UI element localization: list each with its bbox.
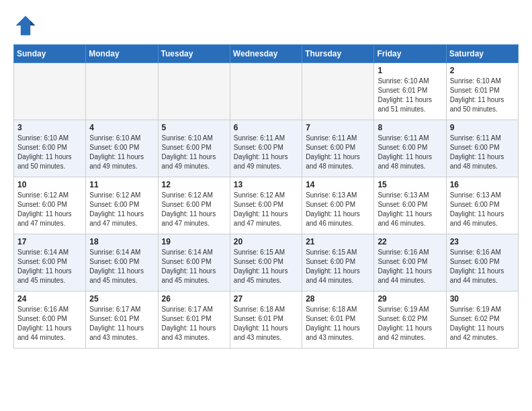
day-number: 4 bbox=[89, 123, 154, 132]
day-cell: 12 Sunrise: 6:12 AMSunset: 6:00 PMDaylig… bbox=[158, 177, 230, 234]
day-cell bbox=[158, 63, 230, 120]
week-row-4: 17 Sunrise: 6:14 AMSunset: 6:00 PMDaylig… bbox=[14, 234, 519, 291]
day-number: 30 bbox=[450, 294, 515, 304]
day-cell: 25 Sunrise: 6:17 AMSunset: 6:01 PMDaylig… bbox=[86, 291, 158, 349]
day-cell: 13 Sunrise: 6:12 AMSunset: 6:00 PMDaylig… bbox=[230, 177, 302, 234]
day-cell: 26 Sunrise: 6:17 AMSunset: 6:01 PMDaylig… bbox=[158, 291, 230, 349]
day-number: 1 bbox=[378, 66, 442, 75]
page: SundayMondayTuesdayWednesdayThursdayFrid… bbox=[0, 0, 532, 355]
weekday-header-saturday: Saturday bbox=[446, 45, 518, 63]
week-row-3: 10 Sunrise: 6:12 AMSunset: 6:00 PMDaylig… bbox=[14, 177, 519, 234]
day-info: Sunrise: 6:10 AMSunset: 6:00 PMDaylight:… bbox=[89, 134, 154, 171]
day-cell: 16 Sunrise: 6:13 AMSunset: 6:00 PMDaylig… bbox=[446, 177, 518, 234]
day-number: 19 bbox=[162, 237, 226, 246]
day-cell: 22 Sunrise: 6:16 AMSunset: 6:00 PMDaylig… bbox=[374, 234, 446, 291]
day-cell: 1 Sunrise: 6:10 AMSunset: 6:01 PMDayligh… bbox=[374, 63, 446, 120]
day-cell: 18 Sunrise: 6:14 AMSunset: 6:00 PMDaylig… bbox=[86, 234, 158, 291]
day-number: 20 bbox=[234, 237, 298, 246]
day-cell: 20 Sunrise: 6:15 AMSunset: 6:00 PMDaylig… bbox=[230, 234, 302, 291]
day-info: Sunrise: 6:15 AMSunset: 6:00 PMDaylight:… bbox=[234, 248, 298, 285]
day-info: Sunrise: 6:11 AMSunset: 6:00 PMDaylight:… bbox=[450, 134, 515, 171]
day-cell: 30 Sunrise: 6:19 AMSunset: 6:02 PMDaylig… bbox=[446, 291, 518, 349]
day-number: 21 bbox=[306, 237, 370, 246]
day-cell: 15 Sunrise: 6:13 AMSunset: 6:00 PMDaylig… bbox=[374, 177, 446, 234]
day-info: Sunrise: 6:12 AMSunset: 6:00 PMDaylight:… bbox=[89, 191, 154, 228]
day-number: 6 bbox=[234, 123, 298, 132]
weekday-header-wednesday: Wednesday bbox=[230, 45, 302, 63]
day-cell bbox=[230, 63, 302, 120]
day-info: Sunrise: 6:12 AMSunset: 6:00 PMDaylight:… bbox=[162, 191, 226, 228]
day-info: Sunrise: 6:16 AMSunset: 6:00 PMDaylight:… bbox=[17, 305, 82, 342]
day-cell: 7 Sunrise: 6:11 AMSunset: 6:00 PMDayligh… bbox=[302, 120, 374, 177]
day-info: Sunrise: 6:11 AMSunset: 6:00 PMDaylight:… bbox=[306, 134, 370, 171]
day-cell: 27 Sunrise: 6:18 AMSunset: 6:01 PMDaylig… bbox=[230, 291, 302, 349]
day-number: 23 bbox=[450, 237, 515, 246]
day-cell: 21 Sunrise: 6:15 AMSunset: 6:00 PMDaylig… bbox=[302, 234, 374, 291]
day-cell: 28 Sunrise: 6:18 AMSunset: 6:01 PMDaylig… bbox=[302, 291, 374, 349]
logo bbox=[13, 13, 39, 38]
day-cell: 11 Sunrise: 6:12 AMSunset: 6:00 PMDaylig… bbox=[86, 177, 158, 234]
day-info: Sunrise: 6:10 AMSunset: 6:01 PMDaylight:… bbox=[378, 77, 442, 114]
day-cell: 29 Sunrise: 6:19 AMSunset: 6:02 PMDaylig… bbox=[374, 291, 446, 349]
day-number: 2 bbox=[450, 66, 515, 75]
day-number: 25 bbox=[89, 294, 154, 304]
day-info: Sunrise: 6:13 AMSunset: 6:00 PMDaylight:… bbox=[306, 191, 370, 228]
day-info: Sunrise: 6:13 AMSunset: 6:00 PMDaylight:… bbox=[450, 191, 515, 228]
weekday-header-thursday: Thursday bbox=[302, 45, 374, 63]
day-cell: 8 Sunrise: 6:11 AMSunset: 6:00 PMDayligh… bbox=[374, 120, 446, 177]
day-cell: 6 Sunrise: 6:11 AMSunset: 6:00 PMDayligh… bbox=[230, 120, 302, 177]
header bbox=[13, 13, 519, 38]
weekday-header-friday: Friday bbox=[374, 45, 446, 63]
day-info: Sunrise: 6:14 AMSunset: 6:00 PMDaylight:… bbox=[17, 248, 82, 285]
weekday-header-sunday: Sunday bbox=[14, 45, 86, 63]
day-info: Sunrise: 6:18 AMSunset: 6:01 PMDaylight:… bbox=[306, 305, 370, 342]
day-info: Sunrise: 6:10 AMSunset: 6:01 PMDaylight:… bbox=[450, 77, 515, 114]
day-info: Sunrise: 6:13 AMSunset: 6:00 PMDaylight:… bbox=[378, 191, 442, 228]
day-cell: 4 Sunrise: 6:10 AMSunset: 6:00 PMDayligh… bbox=[86, 120, 158, 177]
day-info: Sunrise: 6:11 AMSunset: 6:00 PMDaylight:… bbox=[378, 134, 442, 171]
day-number: 24 bbox=[17, 294, 82, 304]
day-info: Sunrise: 6:10 AMSunset: 6:00 PMDaylight:… bbox=[17, 134, 82, 171]
day-number: 28 bbox=[306, 294, 370, 304]
day-info: Sunrise: 6:14 AMSunset: 6:00 PMDaylight:… bbox=[162, 248, 226, 285]
day-number: 10 bbox=[17, 180, 82, 189]
day-number: 11 bbox=[89, 180, 154, 189]
day-cell: 5 Sunrise: 6:10 AMSunset: 6:00 PMDayligh… bbox=[158, 120, 230, 177]
day-number: 17 bbox=[17, 237, 82, 246]
day-info: Sunrise: 6:17 AMSunset: 6:01 PMDaylight:… bbox=[89, 305, 154, 342]
day-info: Sunrise: 6:12 AMSunset: 6:00 PMDaylight:… bbox=[17, 191, 82, 228]
day-number: 7 bbox=[306, 123, 370, 132]
week-row-5: 24 Sunrise: 6:16 AMSunset: 6:00 PMDaylig… bbox=[14, 291, 519, 349]
day-cell: 24 Sunrise: 6:16 AMSunset: 6:00 PMDaylig… bbox=[14, 291, 86, 349]
day-cell: 2 Sunrise: 6:10 AMSunset: 6:01 PMDayligh… bbox=[446, 63, 518, 120]
day-cell: 19 Sunrise: 6:14 AMSunset: 6:00 PMDaylig… bbox=[158, 234, 230, 291]
day-number: 16 bbox=[450, 180, 515, 189]
day-info: Sunrise: 6:14 AMSunset: 6:00 PMDaylight:… bbox=[89, 248, 154, 285]
day-number: 12 bbox=[162, 180, 226, 189]
day-info: Sunrise: 6:19 AMSunset: 6:02 PMDaylight:… bbox=[378, 305, 442, 342]
day-info: Sunrise: 6:16 AMSunset: 6:00 PMDaylight:… bbox=[450, 248, 515, 285]
day-info: Sunrise: 6:16 AMSunset: 6:00 PMDaylight:… bbox=[378, 248, 442, 285]
day-number: 3 bbox=[17, 123, 82, 132]
day-number: 14 bbox=[306, 180, 370, 189]
calendar: SundayMondayTuesdayWednesdayThursdayFrid… bbox=[13, 44, 519, 349]
week-row-1: 1 Sunrise: 6:10 AMSunset: 6:01 PMDayligh… bbox=[14, 63, 519, 120]
day-info: Sunrise: 6:15 AMSunset: 6:00 PMDaylight:… bbox=[306, 248, 370, 285]
weekday-header-tuesday: Tuesday bbox=[158, 45, 230, 63]
day-info: Sunrise: 6:10 AMSunset: 6:00 PMDaylight:… bbox=[162, 134, 226, 171]
day-cell: 10 Sunrise: 6:12 AMSunset: 6:00 PMDaylig… bbox=[14, 177, 86, 234]
day-cell: 3 Sunrise: 6:10 AMSunset: 6:00 PMDayligh… bbox=[14, 120, 86, 177]
day-cell: 9 Sunrise: 6:11 AMSunset: 6:00 PMDayligh… bbox=[446, 120, 518, 177]
day-cell bbox=[14, 63, 86, 120]
day-info: Sunrise: 6:19 AMSunset: 6:02 PMDaylight:… bbox=[450, 305, 515, 342]
weekday-header-row: SundayMondayTuesdayWednesdayThursdayFrid… bbox=[14, 45, 519, 63]
day-cell: 17 Sunrise: 6:14 AMSunset: 6:00 PMDaylig… bbox=[14, 234, 86, 291]
logo-icon bbox=[13, 13, 38, 38]
day-cell bbox=[302, 63, 374, 120]
week-row-2: 3 Sunrise: 6:10 AMSunset: 6:00 PMDayligh… bbox=[14, 120, 519, 177]
day-info: Sunrise: 6:12 AMSunset: 6:00 PMDaylight:… bbox=[234, 191, 298, 228]
day-number: 5 bbox=[162, 123, 226, 132]
day-number: 15 bbox=[378, 180, 442, 189]
day-number: 22 bbox=[378, 237, 442, 246]
weekday-header-monday: Monday bbox=[86, 45, 158, 63]
